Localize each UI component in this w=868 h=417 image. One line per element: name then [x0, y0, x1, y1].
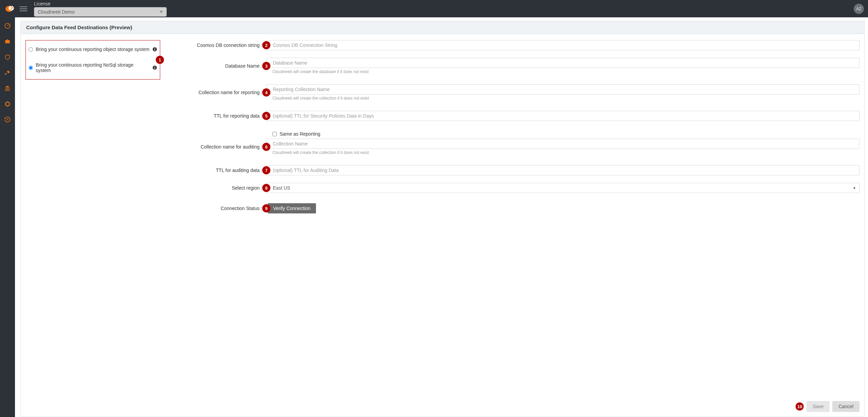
- svg-rect-5: [5, 40, 10, 43]
- info-icon: [152, 47, 157, 52]
- cosmos-connection-input[interactable]: [266, 40, 859, 50]
- svg-point-14: [154, 66, 155, 67]
- collection-auditing-hint: Cloudneeti will create the collection if…: [266, 150, 859, 155]
- radio-object-storage-input[interactable]: [29, 47, 33, 52]
- briefcase-icon[interactable]: [4, 38, 11, 45]
- license-select[interactable]: Cloudneeti Demo: [34, 7, 167, 17]
- radio-object-storage[interactable]: Bring your continuous reporting object s…: [29, 45, 157, 54]
- license-block: License Cloudneeti Demo: [34, 1, 167, 17]
- ttl-auditing-label: TTL for auditing data :: [182, 168, 266, 173]
- cosmos-connection-label: Cosmos DB connection string :: [182, 42, 266, 48]
- ttl-auditing-input[interactable]: [266, 165, 859, 175]
- gavel-icon[interactable]: [4, 69, 11, 76]
- radio-nosql-storage[interactable]: Bring your continuous reporting NoSql st…: [29, 60, 157, 75]
- dashboard-icon[interactable]: [4, 22, 11, 30]
- page-header: Configure Data Feed Destinations (Previe…: [20, 21, 865, 34]
- svg-rect-10: [154, 49, 155, 51]
- collection-auditing-label: Collection name for auditing :: [182, 144, 266, 150]
- institution-icon[interactable]: [4, 85, 11, 92]
- verify-connection-button[interactable]: Verify Connection: [268, 203, 316, 213]
- database-name-input[interactable]: [266, 58, 859, 68]
- page-title: Configure Data Feed Destinations (Previe…: [26, 24, 859, 30]
- select-region-input[interactable]: East US: [266, 183, 859, 193]
- svg-point-11: [154, 48, 155, 49]
- collection-reporting-input[interactable]: [266, 84, 859, 94]
- step-badge-6: 6: [262, 143, 270, 151]
- main-content: Configure Data Feed Destinations (Previe…: [15, 17, 868, 417]
- step-badge-9: 9: [262, 204, 270, 212]
- collection-reporting-hint: Cloudneeti will create the collection if…: [266, 96, 859, 101]
- topbar: License Cloudneeti Demo AZ: [0, 0, 868, 17]
- step-badge-5: 5: [262, 112, 270, 120]
- radio-nosql-storage-input[interactable]: [29, 66, 33, 70]
- same-as-reporting-label: Same as Reporting: [280, 131, 320, 137]
- storage-options-box: Bring your continuous reporting object s…: [26, 40, 160, 80]
- license-selected-value: Cloudneeti Demo: [38, 9, 74, 15]
- database-name-hint: Cloudneeti will create the database if i…: [266, 69, 859, 74]
- history-icon[interactable]: [4, 116, 11, 123]
- save-button[interactable]: Save: [806, 401, 830, 412]
- ttl-reporting-label: TTL for reporting data :: [182, 113, 266, 119]
- step-badge-4: 4: [262, 88, 270, 97]
- database-name-label: Database Name :: [182, 63, 266, 69]
- radio-nosql-storage-label: Bring your continuous reporting NoSql st…: [36, 62, 150, 73]
- ttl-reporting-input[interactable]: [266, 111, 859, 121]
- cancel-button[interactable]: Cancel: [832, 401, 859, 412]
- gear-icon[interactable]: [4, 100, 11, 108]
- step-badge-1: 1: [156, 56, 164, 64]
- select-region-label: Select region :: [182, 185, 266, 191]
- info-icon: [152, 65, 157, 70]
- connection-status-label: Connection Status :: [182, 206, 266, 211]
- step-badge-8: 8: [262, 184, 270, 192]
- hamburger-menu-icon[interactable]: [20, 6, 27, 11]
- config-panel: Bring your continuous reporting object s…: [20, 34, 865, 417]
- radio-object-storage-label: Bring your continuous reporting object s…: [36, 47, 150, 52]
- step-badge-2: 2: [262, 41, 270, 49]
- sidebar: [0, 17, 15, 417]
- svg-rect-6: [7, 39, 9, 40]
- shield-icon[interactable]: [4, 53, 11, 61]
- svg-point-7: [7, 103, 9, 105]
- collection-auditing-input[interactable]: [266, 139, 859, 149]
- same-as-reporting-checkbox[interactable]: [272, 132, 277, 136]
- app-logo: [4, 4, 16, 14]
- step-badge-7: 7: [262, 166, 270, 174]
- avatar-initials: AZ: [856, 6, 861, 11]
- same-as-reporting-row[interactable]: Same as Reporting: [266, 131, 859, 137]
- footer-buttons: 10 Save Cancel: [796, 401, 859, 412]
- svg-rect-13: [154, 67, 155, 69]
- step-badge-3: 3: [262, 62, 270, 70]
- collection-reporting-label: Collection name for reporting :: [182, 90, 266, 95]
- step-badge-10: 10: [796, 402, 804, 411]
- license-label: License: [34, 1, 167, 6]
- avatar[interactable]: AZ: [854, 4, 864, 14]
